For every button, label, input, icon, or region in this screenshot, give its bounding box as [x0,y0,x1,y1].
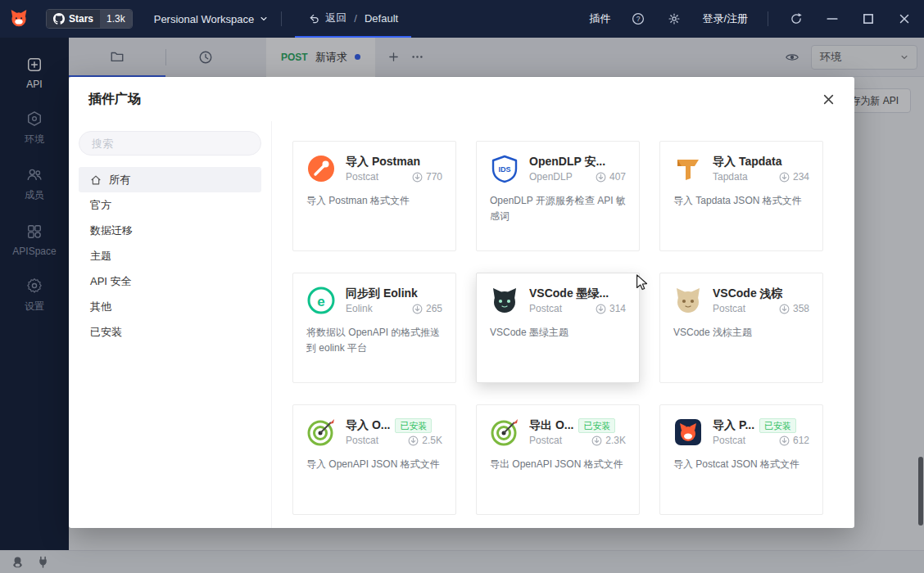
postcat-cat-icon [673,417,703,447]
plugin-description: 导出 OpenAPI JSON 格式文件 [490,457,626,472]
vscode-light-cat-icon [673,286,703,315]
plugin-title-row: 导入 P... 已安装 [713,418,809,433]
plugin-downloads: 770 [412,171,442,183]
plugin-downloads: 314 [596,303,626,314]
plugin-sub-row: Eolink 265 [346,303,442,314]
minimize-icon[interactable] [824,11,840,27]
category-label: 其他 [90,300,111,314]
category-item[interactable]: 主题 [79,243,261,268]
download-count: 407 [609,171,626,183]
app-window: Stars 1.3k Persional Workspace 返回 / Defa… [0,0,924,573]
plugin-card[interactable]: 导入 O... 已安装 Postcat 2.5K [292,404,456,515]
plugin-title-row: 导出 O... 已安装 [529,418,626,433]
login-button[interactable]: 登录/注册 [702,11,748,26]
plugin-title-row: 导入 O... 已安装 [346,418,442,433]
plugin-name: 导出 O... [529,418,573,433]
category-item[interactable]: API 安全 [79,268,261,294]
download-count: 358 [793,303,809,314]
plugin-card-meta: VSCode 浅棕 Postcat 358 [713,286,809,315]
download-count: 234 [793,171,809,183]
postman-icon [306,154,336,183]
svg-text:?: ? [636,15,641,23]
plugin-author: Postcat [529,303,562,314]
svg-text:e: e [317,294,324,309]
plugin-name: 导入 Tapdata [713,155,782,169]
download-count-icon [596,304,606,314]
plugin-card-head: e 同步到 Eolink Eolink [306,286,442,315]
plugin-card[interactable]: IDS OpenDLP 安... OpenDLP [476,141,640,251]
back-label: 返回 [325,11,346,25]
plugin-card-meta: 导入 P... 已安装 Postcat 612 [713,417,809,447]
scrollbar-thumb[interactable] [918,457,923,526]
back-button[interactable]: 返回 [308,11,346,25]
chevron-down-icon [260,15,268,23]
back-icon [308,12,320,25]
plugin-card[interactable]: VSCode 浅棕 Postcat 358 [659,273,823,383]
plugin-description: 导入 Postcat JSON 格式文件 [673,457,809,472]
plugin-card[interactable]: 导入 Postman Postcat 770 [292,141,456,251]
plugin-author: Postcat [346,171,378,183]
plugin-card[interactable]: 导出 O... 已安装 Postcat 2.3K [476,404,640,515]
github-stars-left: Stars [47,10,100,28]
search-input[interactable] [90,137,250,151]
category-nav: 所有 官方 数据迁移 主题 API 安全 [69,121,272,528]
download-count-icon [412,172,423,183]
plugin-card[interactable]: VSCode 墨绿... Postcat 314 [476,273,640,383]
download-count-icon [591,435,602,446]
category-label: 主题 [90,249,111,264]
refresh-icon[interactable] [788,11,804,27]
download-count-icon [779,304,790,314]
download-count: 612 [793,435,809,446]
workspace-switcher[interactable]: Persional Workspace [154,13,269,25]
plugin-downloads: 2.5K [408,435,442,446]
project-breadcrumb: 返回 / Default [295,0,411,38]
plugin-author: Postcat [713,303,745,314]
topbar-actions: 插件 ? 登录/注册 [589,11,913,27]
plugin-sub-row: Postcat 314 [529,303,626,314]
plugin-button[interactable]: 插件 [589,11,610,26]
plugin-name: OpenDLP 安... [529,155,605,169]
download-count: 265 [426,303,442,314]
maximize-icon[interactable] [860,11,876,27]
github-stars-count: 1.3k [100,10,132,28]
plugin-downloads: 2.3K [591,435,626,446]
plugin-card-meta: 同步到 Eolink Eolink 265 [346,286,442,315]
plugin-sub-row: Postcat 358 [713,303,809,314]
category-item[interactable]: 数据迁移 [79,218,261,243]
github-stars-badge[interactable]: Stars 1.3k [46,9,133,29]
category-item[interactable]: 官方 [79,192,261,218]
category-item[interactable]: 所有 [79,167,261,192]
opendlp-shield-icon: IDS [490,154,519,183]
help-icon[interactable]: ? [630,11,646,27]
openapi-import-icon [306,417,336,447]
plugin-downloads: 407 [596,171,626,183]
plugin-description: VSCode 墨绿主题 [490,325,626,341]
plugin-card-head: 导入 Postman Postcat 770 [306,154,442,183]
modal-close-icon[interactable] [822,93,835,106]
plugin-marketplace-modal: 插件广场 所有 官方 [69,77,854,528]
plugin-title-row: VSCode 浅棕 [713,286,809,301]
category-item[interactable]: 已安装 [79,319,261,345]
category-item[interactable]: 其他 [79,294,261,319]
plugin-title-row: 导入 Tapdata [713,155,809,169]
plugin-description: 导入 Tapdata JSON 格式文件 [673,193,809,209]
plugin-author: Tapdata [713,171,748,183]
plugin-card[interactable]: 导入 Tapdata Tapdata 234 [659,141,823,251]
workspace-name: Persional Workspace [154,13,255,25]
plugin-downloads: 612 [779,435,809,446]
postcat-logo-icon [7,7,31,31]
plugin-sub-row: Postcat 2.5K [346,435,442,446]
plugin-name: 导入 P... [713,418,754,433]
plugin-card[interactable]: e 同步到 Eolink Eolink [292,273,456,383]
window-close-icon[interactable] [896,11,913,27]
plugin-author: OpenDLP [529,171,573,183]
plugin-downloads: 234 [779,171,809,183]
modal-body: 所有 官方 数据迁移 主题 API 安全 [69,121,854,528]
plugin-name: 同步到 Eolink [346,286,418,301]
plugin-card-meta: 导入 Tapdata Tapdata 234 [713,154,809,183]
home-icon [90,174,102,186]
download-count-icon [596,172,606,183]
plugin-card[interactable]: 导入 P... 已安装 Postcat 612 [659,404,823,515]
gear-icon[interactable] [666,11,682,27]
vscode-dark-cat-icon [490,286,519,315]
